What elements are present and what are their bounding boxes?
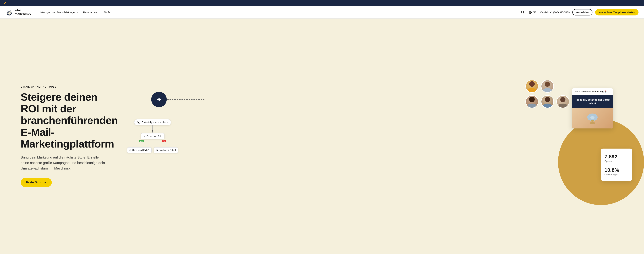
stat-clickthrough-value: 10.8% [604, 167, 628, 173]
email-icon: ✉ [130, 149, 131, 151]
logo[interactable]: intuitmailchimp [6, 8, 30, 16]
leaf-nodes: ✉ Send email Path A ✉ Send email Path B [127, 147, 178, 153]
send-circle-icon [151, 92, 167, 107]
email-card-image [572, 108, 613, 128]
email-icon: ✉ [156, 149, 158, 151]
hero-tag: E-MAIL MARKETING TOOLS [20, 85, 117, 88]
split-icon: ⑂ [144, 135, 145, 138]
nav-item-resources[interactable]: Ressourcen ▾ [81, 9, 101, 15]
stat-clickthroughs: 10.8% Clickthroughs [604, 165, 628, 178]
center-v-line [152, 142, 153, 147]
split-labels: Yes No [136, 140, 170, 142]
search-icon[interactable] [520, 9, 526, 15]
stat-clickthrough-label: Clickthroughs [604, 173, 628, 176]
flow-node-percentage-split: ⑂ Percentage Split [141, 133, 164, 139]
globe-icon [529, 11, 532, 14]
avatar-spacer [556, 80, 570, 93]
stats-card: 7,892 Opened 10.8% Clickthroughs [601, 149, 632, 181]
hero-subtitle: Bring dein Marketing auf die nächste Stu… [20, 155, 106, 171]
flow-node-send-email-b: ✉ Send email Path B [154, 147, 178, 153]
branch-lines [134, 142, 172, 147]
dotted-line-connector [167, 99, 204, 100]
top-bar: ↗ [0, 0, 644, 6]
h-branch-line [137, 142, 168, 142]
email-card-subject: Betreff: Versüße dir den Tag 🍨 [572, 88, 613, 95]
hero-section: E-MAIL MARKETING TOOLS Steigere deinen R… [0, 18, 644, 254]
flow-start: ▶ Contact signs up to audience [134, 119, 171, 133]
chevron-down-icon: ▾ [536, 11, 538, 13]
flow-node-contact-signup: ▶ Contact signs up to audience [134, 119, 171, 125]
get-started-button[interactable]: Erste Schritte [20, 178, 52, 187]
nav-right: DE ▾ Vertrieb: +1 (800) 315-5939 Anmelde… [520, 9, 638, 15]
svg-line-6 [524, 13, 524, 14]
stat-opened-label: Opened [604, 160, 628, 162]
mailchimp-logo-icon [6, 8, 13, 16]
hero-content: E-MAIL MARKETING TOOLS Steigere deinen R… [20, 85, 117, 187]
send-arrow-icon [156, 96, 162, 103]
avatar [541, 95, 554, 108]
hero-title: Steigere deinen ROI mit der branchenführ… [20, 91, 117, 150]
svg-marker-13 [203, 99, 204, 100]
hero-visual: ▶ Contact signs up to audience ⑂ Percent… [117, 85, 630, 188]
svg-point-2 [8, 12, 9, 13]
email-card-body: Hol es dir, solange der Vorrat reicht [572, 95, 613, 108]
stat-opened: 7,892 Opened [604, 152, 628, 164]
svg-point-4 [10, 11, 12, 12]
svg-point-19 [590, 116, 594, 119]
avatar [556, 95, 570, 108]
play-icon: ▶ [137, 121, 140, 124]
flow-diagram: ▶ Contact signs up to audience ⑂ Percent… [127, 119, 178, 153]
flow-split-node: ⑂ Percentage Split Yes No [127, 133, 178, 153]
avatar [541, 80, 554, 93]
avatar [526, 95, 538, 108]
avatar [526, 80, 538, 93]
yes-badge: Yes [139, 140, 144, 142]
flow-node-send-email-a: ✉ Send email Path A [127, 147, 152, 153]
connector-line-2 [152, 132, 153, 133]
login-button[interactable]: Anmelden [572, 9, 592, 15]
chevron-down-icon: ▾ [98, 11, 98, 13]
chevron-down-icon: ▾ [77, 11, 78, 13]
lamp-svg [586, 110, 599, 126]
connector-dot [152, 130, 153, 132]
no-badge: No [162, 140, 166, 142]
logo-text: intuitmailchimp [14, 8, 30, 16]
free-trial-button[interactable]: Kostenlose Testphase starten [595, 9, 638, 15]
nav-item-solutions[interactable]: Lösungen und Dienstleistungen ▾ [38, 9, 80, 15]
nav-links: Lösungen und Dienstleistungen ▾ Ressourc… [38, 9, 520, 15]
stat-opened-value: 7,892 [604, 154, 628, 160]
email-preview-card: Betreff: Versüße dir den Tag 🍨 Hol es di… [572, 88, 613, 128]
svg-point-3 [10, 12, 11, 13]
connector-line [152, 125, 153, 130]
nav-item-pricing[interactable]: Tarife [102, 9, 113, 15]
arrow-line-svg [167, 99, 204, 100]
avatars-cluster [526, 80, 570, 109]
navbar: intuitmailchimp Lösungen und Dienstleist… [0, 6, 644, 18]
send-icon-area [151, 92, 167, 107]
language-selector[interactable]: DE ▾ [529, 11, 537, 14]
svg-point-18 [590, 122, 595, 124]
phone-number: Vertrieb: +1 (800) 315-5939 [540, 11, 570, 14]
topbar-arrow-icon: ↗ [4, 1, 6, 5]
